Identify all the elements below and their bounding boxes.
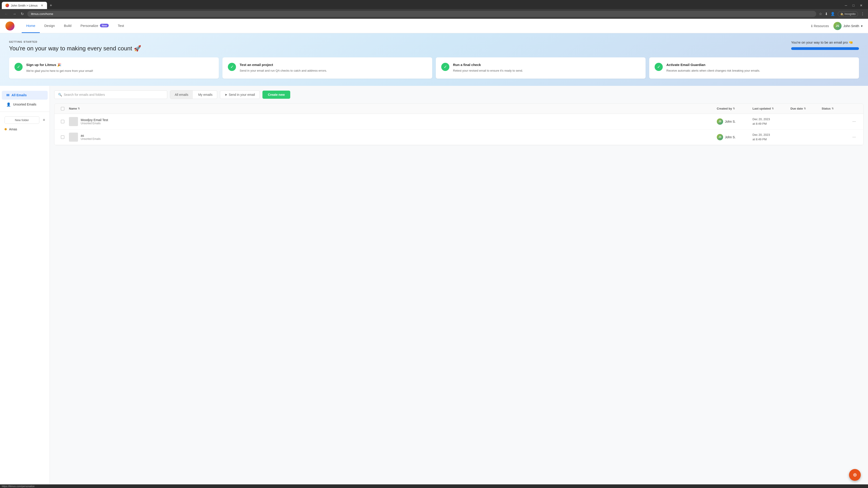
row-1-more-button[interactable]: ··· <box>850 118 858 125</box>
gs-card-content-2: Run a final check Retest your revised em… <box>453 63 523 73</box>
gs-card-content-1: Test an email project Send in your email… <box>240 63 327 73</box>
create-new-button[interactable]: Create new <box>262 91 290 99</box>
row-2-creator-initials: JS <box>719 136 721 138</box>
gs-label: GETTING STARTED <box>9 40 141 43</box>
gs-card-content-0: Sign up for Litmus 🎉 We're glad you're h… <box>26 63 93 73</box>
back-button[interactable]: ← <box>4 11 9 17</box>
header-checkbox[interactable] <box>61 107 64 110</box>
search-icon: 🔍 <box>58 93 62 96</box>
more-options-icon[interactable]: ⋮ <box>861 12 864 16</box>
download-icon[interactable]: ⬇ <box>825 12 828 16</box>
maximize-button[interactable]: □ <box>851 3 856 8</box>
tab-title: John Smith > Litmus <box>11 4 39 7</box>
header-name[interactable]: Name ⇅ <box>69 107 715 110</box>
row-2-updated-col: Dec 20, 2023 at 8:49 PM <box>752 133 789 141</box>
gs-card-desc-2: Retest your revised email to ensure it's… <box>453 68 523 73</box>
app-header: Home Design Build Personalize New Test ℹ… <box>0 19 868 33</box>
header-last-updated-label: Last updated <box>752 107 771 110</box>
tab-close-button[interactable]: ✕ <box>41 4 43 7</box>
nav-personalize[interactable]: Personalize New <box>76 19 113 33</box>
row-2-checkbox-col <box>58 135 67 139</box>
row-2-thumbnail <box>69 133 78 142</box>
resources-button[interactable]: ℹ Resources <box>811 24 829 28</box>
header-due-date[interactable]: Due date ⇅ <box>790 107 820 110</box>
sidebar-all-emails-label: All Emails <box>11 93 27 97</box>
nav-design[interactable]: Design <box>40 19 59 33</box>
gs-card-desc-3: Receive automatic alerts when client cha… <box>666 68 760 73</box>
header-status[interactable]: Status ⇅ <box>822 107 849 110</box>
tab-favicon <box>5 4 9 7</box>
row-1-creator-col: JS John S. <box>717 119 751 125</box>
sort-due-icon: ⇅ <box>804 107 806 110</box>
browser-chrome: John Smith > Litmus ✕ + ─ □ ✕ ← → ↻ ☆ ⬇ … <box>0 0 868 19</box>
url-input[interactable] <box>27 11 816 17</box>
nav-home[interactable]: Home <box>22 19 40 33</box>
address-bar-actions: ☆ ⬇ 👤 🕵️ Incognito ⋮ <box>819 11 864 17</box>
table-row[interactable]: as Unsorted Emails JS John S. Dec 20, 20… <box>55 129 863 145</box>
main-content: ✉ All Emails 👤 Unsorted Emails New folde… <box>0 86 868 488</box>
header-due-date-label: Due date <box>790 107 803 110</box>
sort-status-icon: ⇅ <box>832 107 834 110</box>
forward-button[interactable]: → <box>12 11 17 17</box>
new-folder-row: New folder ≡ <box>0 115 50 126</box>
send-email-button[interactable]: ➤ Send in your email <box>220 90 260 99</box>
gs-left: GETTING STARTED You're on your way to ma… <box>9 40 141 52</box>
filter-all-button[interactable]: All emails <box>170 91 193 99</box>
row-1-name-inner: Moodjoy Email Test Unsorted Emails <box>69 117 715 126</box>
gs-card-desc-0: We're glad you're here to get more from … <box>26 69 93 73</box>
resources-label: Resources <box>814 24 829 28</box>
active-tab[interactable]: John Smith > Litmus ✕ <box>2 2 47 9</box>
filter-my-button[interactable]: My emails <box>194 91 217 99</box>
check-icon-1: ✓ <box>228 63 236 71</box>
search-box[interactable]: 🔍 Search for emails and folders <box>54 90 167 99</box>
header-last-updated[interactable]: Last updated ⇅ <box>752 107 789 110</box>
sidebar-divider <box>0 111 50 112</box>
gs-card-3[interactable]: ✓ Activate Email Guardian Receive automa… <box>649 57 859 78</box>
row-1-name-col: Moodjoy Email Test Unsorted Emails <box>69 117 715 126</box>
row-2-email-name: as <box>81 134 101 137</box>
reload-button[interactable]: ↻ <box>20 11 25 17</box>
gs-card-desc-1: Send in your email and run QA checks to … <box>240 68 327 73</box>
address-bar: ← → ↻ ☆ ⬇ 👤 🕵️ Incognito ⋮ <box>0 9 868 19</box>
filter-buttons: All emails My emails <box>170 90 217 99</box>
row-2-more-button[interactable]: ··· <box>850 134 858 140</box>
profile-icon[interactable]: 👤 <box>831 12 835 16</box>
row-1-checkbox[interactable] <box>61 120 64 123</box>
sidebar-all-emails[interactable]: ✉ All Emails <box>2 91 48 100</box>
header-created-by[interactable]: Created by ⇅ <box>717 107 751 110</box>
tab-bar: John Smith > Litmus ✕ + ─ □ ✕ <box>0 0 868 9</box>
gs-card-0[interactable]: ✓ Sign up for Litmus 🎉 We're glad you're… <box>9 57 219 78</box>
nav-test[interactable]: Test <box>113 19 129 33</box>
app-logo[interactable] <box>5 22 14 31</box>
row-1-updated-time: at 8:49 PM <box>752 122 789 126</box>
folder-amas-label: Amas <box>9 127 17 131</box>
bookmark-icon[interactable]: ☆ <box>819 12 822 16</box>
row-2-creator-name: John S. <box>725 135 736 139</box>
user-name: John Smith <box>843 24 859 28</box>
list-view-button[interactable]: ≡ <box>41 117 47 123</box>
table-row[interactable]: Moodjoy Email Test Unsorted Emails JS Jo… <box>55 114 863 129</box>
app-nav: Home Design Build Personalize New Test <box>22 19 129 33</box>
folder-amas[interactable]: Amas <box>0 126 50 133</box>
sidebar-unsorted[interactable]: 👤 Unsorted Emails <box>2 100 48 109</box>
gs-card-title-0: Sign up for Litmus 🎉 <box>26 63 93 67</box>
gs-card-title-1: Test an email project <box>240 63 327 67</box>
sidebar-unsorted-label: Unsorted Emails <box>13 103 36 106</box>
new-tab-button[interactable]: + <box>48 2 54 9</box>
new-folder-button[interactable]: New folder <box>4 116 39 124</box>
nav-build[interactable]: Build <box>59 19 76 33</box>
nav-design-label: Design <box>44 24 55 28</box>
help-icon: ⊕ <box>853 472 857 478</box>
row-1-updated-col: Dec 20, 2023 at 8:49 PM <box>752 117 789 126</box>
minimize-button[interactable]: ─ <box>843 3 849 8</box>
gs-card-1[interactable]: ✓ Test an email project Send in your ema… <box>222 57 432 78</box>
sort-name-icon: ⇅ <box>78 107 80 110</box>
gs-card-2[interactable]: ✓ Run a final check Retest your revised … <box>436 57 646 78</box>
nav-home-label: Home <box>26 24 35 28</box>
row-2-checkbox[interactable] <box>61 135 64 139</box>
help-fab-button[interactable]: ⊕ <box>849 469 861 481</box>
row-1-creator-avatar: JS <box>717 119 723 125</box>
close-button[interactable]: ✕ <box>858 3 864 8</box>
user-menu[interactable]: JS John Smith ▾ <box>833 22 863 30</box>
email-icon: ✉ <box>6 93 9 97</box>
